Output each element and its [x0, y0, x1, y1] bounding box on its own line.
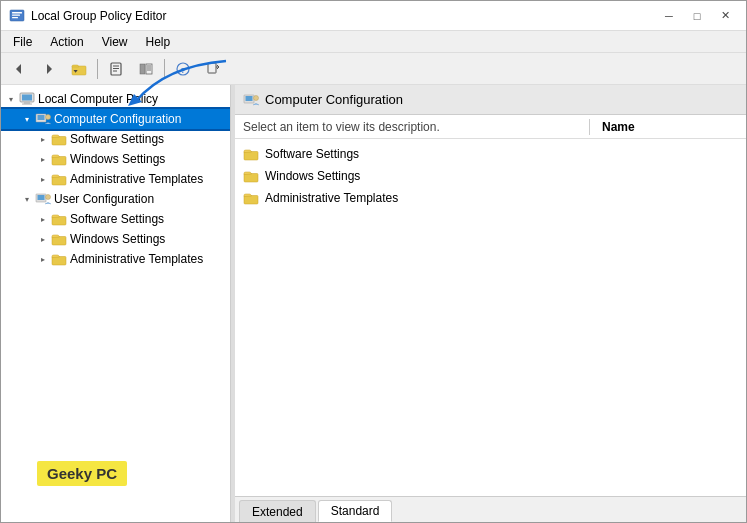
uc-windows-arrow: [35, 231, 51, 247]
uc-software-arrow: [35, 211, 51, 227]
svg-rect-12: [140, 64, 145, 74]
svg-marker-4: [16, 64, 21, 74]
back-button[interactable]: [5, 56, 33, 82]
right-description: Select an item to view its description.: [243, 120, 581, 134]
close-button[interactable]: ✕: [712, 6, 738, 26]
toolbar-separator-2: [164, 59, 165, 79]
svg-point-33: [46, 195, 51, 200]
folder-icon: [51, 252, 67, 266]
main-area: Local Computer Policy Computer Configura…: [1, 85, 746, 522]
uc-admin-label: Administrative Templates: [70, 252, 203, 266]
svg-rect-1: [12, 12, 22, 14]
tree-item-root[interactable]: Local Computer Policy: [1, 89, 230, 109]
tab-extended[interactable]: Extended: [239, 500, 316, 522]
folder-up-icon: [71, 62, 87, 76]
right-header-icon: [243, 93, 259, 107]
svg-rect-41: [244, 174, 258, 183]
up-button[interactable]: [65, 56, 93, 82]
cc-admin-label: Administrative Templates: [70, 172, 203, 186]
cc-windows-label: Windows Settings: [70, 152, 165, 166]
col-separator: [589, 119, 590, 135]
folder-icon: [51, 132, 67, 146]
user-config-icon: [35, 192, 51, 206]
tree-item-user-config[interactable]: User Configuration: [1, 189, 230, 209]
tree-item-uc-windows[interactable]: Windows Settings: [1, 229, 230, 249]
cc-admin-arrow: [35, 171, 51, 187]
computer-config-icon: [35, 112, 51, 126]
svg-rect-3: [12, 17, 18, 18]
forward-button[interactable]: [35, 56, 63, 82]
svg-rect-42: [244, 196, 258, 205]
svg-rect-40: [244, 152, 258, 161]
tree-item-cc-windows[interactable]: Windows Settings: [1, 149, 230, 169]
watermark: Geeky PC: [37, 461, 127, 486]
tab-standard[interactable]: Standard: [318, 500, 393, 522]
help-button[interactable]: ?: [169, 56, 197, 82]
minimize-button[interactable]: ─: [656, 6, 682, 26]
right-description-bar: Select an item to view its description. …: [235, 115, 746, 139]
folder-icon: [51, 172, 67, 186]
forward-icon: [42, 62, 56, 76]
menu-action[interactable]: Action: [42, 33, 91, 51]
svg-rect-11: [113, 70, 117, 71]
cc-software-arrow: [35, 131, 51, 147]
svg-rect-23: [24, 103, 30, 104]
list-item-software[interactable]: Software Settings: [235, 143, 746, 165]
folder-icon: [51, 152, 67, 166]
svg-rect-2: [12, 14, 20, 15]
help-icon: ?: [176, 62, 190, 76]
list-item-admin[interactable]: Administrative Templates: [235, 187, 746, 209]
svg-rect-35: [52, 237, 66, 246]
list-item-windows[interactable]: Windows Settings: [235, 165, 746, 187]
app-icon: [9, 8, 25, 24]
computer-icon: [19, 92, 35, 106]
window-title: Local Group Policy Editor: [31, 9, 166, 23]
folder-icon-software: [243, 147, 259, 161]
root-arrow: [3, 91, 19, 107]
bottom-tabs: Extended Standard: [235, 496, 746, 522]
svg-rect-36: [52, 257, 66, 266]
cc-windows-arrow: [35, 151, 51, 167]
menu-file[interactable]: File: [5, 33, 40, 51]
tree-item-cc-admin[interactable]: Administrative Templates: [1, 169, 230, 189]
tree-item-computer-config[interactable]: Computer Configuration: [1, 109, 230, 129]
svg-rect-22: [22, 95, 32, 101]
tree-item-uc-software[interactable]: Software Settings: [1, 209, 230, 229]
svg-rect-9: [113, 65, 119, 66]
show-hide-icon: [139, 62, 153, 76]
toolbar-separator-1: [97, 59, 98, 79]
show-hide-button[interactable]: [132, 56, 160, 82]
computer-config-label: Computer Configuration: [54, 112, 181, 126]
toolbar: ?: [1, 53, 746, 85]
user-config-arrow: [19, 191, 35, 207]
svg-rect-10: [113, 68, 119, 69]
folder-icon: [51, 232, 67, 246]
tree-item-cc-software[interactable]: Software Settings: [1, 129, 230, 149]
export-button[interactable]: [199, 56, 227, 82]
list-item-windows-label: Windows Settings: [265, 169, 360, 183]
folder-icon: [51, 212, 67, 226]
title-bar: Local Group Policy Editor ─ □ ✕: [1, 1, 746, 31]
right-content: Software Settings Windows Settings Admin…: [235, 139, 746, 496]
menu-view[interactable]: View: [94, 33, 136, 51]
window-controls: ─ □ ✕: [656, 6, 738, 26]
right-pane-header: Computer Configuration: [235, 85, 746, 115]
svg-marker-5: [47, 64, 52, 74]
svg-rect-29: [52, 157, 66, 166]
column-name: Name: [598, 120, 738, 134]
svg-rect-38: [246, 96, 253, 101]
computer-config-arrow: [19, 111, 35, 127]
svg-rect-24: [22, 104, 32, 105]
list-item-software-label: Software Settings: [265, 147, 359, 161]
tree-item-uc-admin[interactable]: Administrative Templates: [1, 249, 230, 269]
cc-software-label: Software Settings: [70, 132, 164, 146]
maximize-button[interactable]: □: [684, 6, 710, 26]
svg-rect-19: [208, 63, 216, 73]
menu-help[interactable]: Help: [138, 33, 179, 51]
svg-rect-32: [38, 195, 45, 200]
svg-rect-30: [52, 177, 66, 186]
properties-button[interactable]: [102, 56, 130, 82]
back-icon: [12, 62, 26, 76]
uc-software-label: Software Settings: [70, 212, 164, 226]
root-label: Local Computer Policy: [38, 92, 158, 106]
